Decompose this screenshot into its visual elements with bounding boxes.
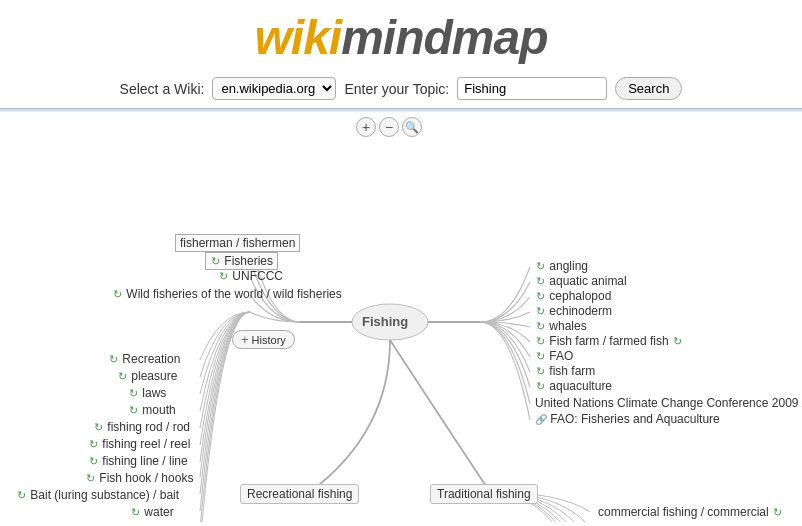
wiki-select[interactable]: en.wikipedia.org [212,77,336,100]
node-pleasure[interactable]: ↻ pleasure [117,369,177,383]
topic-label: Enter your Topic: [344,81,449,97]
zoom-out-button[interactable]: − [379,117,399,137]
node-fisherman[interactable]: fisherman / fishermen [175,234,300,252]
zoom-in-button[interactable]: + [356,117,376,137]
node-bait[interactable]: ↻ Bait (luring substance) / bait [16,488,179,502]
node-fao[interactable]: ↻ FAO [535,349,573,363]
node-fishing-line[interactable]: ↻ fishing line / line [88,454,188,468]
node-fish-hook[interactable]: ↻ Fish hook / hooks [85,471,193,485]
node-aquatic-animal[interactable]: ↻ aquatic animal [535,274,627,288]
node-aquaculture[interactable]: ↻ aquaculture [535,379,612,393]
search-button[interactable]: Search [615,77,682,100]
logo-mindmap: mindmap [341,11,547,64]
node-recreation[interactable]: ↻ Recreation [108,352,180,366]
node-fao-fisheries[interactable]: 🔗 FAO: Fisheries and Aquaculture [535,412,720,426]
node-fishing-rod[interactable]: ↻ fishing rod / rod [93,420,190,434]
node-echinoderm[interactable]: ↻ echinoderm [535,304,612,318]
logo-wiki: wiki [254,11,341,64]
node-fish-farm-farmed[interactable]: ↻ Fish farm / farmed fish ↻ [535,334,683,348]
logo: wikimindmap [0,10,802,65]
node-whales[interactable]: ↻ whales [535,319,587,333]
node-subsistence[interactable]: subsistence ↻ [598,520,676,522]
header: wikimindmap [0,0,802,71]
node-catch-release[interactable]: ↻ catch and release [87,520,196,522]
node-cephalopod[interactable]: ↻ cephalopod [535,289,611,303]
node-laws[interactable]: ↻ laws [128,386,166,400]
node-recreational-fishing[interactable]: Recreational fishing [240,484,359,504]
node-fisheries-box[interactable]: ↻ Fisheries [205,252,278,270]
node-mouth[interactable]: ↻ mouth [128,403,176,417]
node-unfccc[interactable]: ↻ UNFCCC [218,269,283,283]
node-water[interactable]: ↻ water [130,505,174,519]
zoom-controls: + − 🔍 [356,117,422,137]
node-wild-fisheries[interactable]: ↻ Wild fisheries of the world / wild fis… [112,287,342,301]
topic-input[interactable] [457,77,607,100]
search-map-button[interactable]: 🔍 [402,117,422,137]
history-button[interactable]: +History [232,330,295,349]
node-angling[interactable]: ↻ angling [535,259,588,273]
node-fish-farm[interactable]: ↻ fish farm [535,364,595,378]
node-commercial-fishing[interactable]: commercial fishing / commercial ↻ [598,505,783,519]
searchbar: Select a Wiki: en.wikipedia.org Enter yo… [0,71,802,108]
node-un-climate[interactable]: United Nations Climate Change Conference… [535,396,802,410]
node-traditional-fishing[interactable]: Traditional fishing [430,484,538,504]
mindmap: Fishing + − 🔍 +History ↻ angling ↻ aquat… [0,112,802,522]
node-fishing-reel[interactable]: ↻ fishing reel / reel [88,437,190,451]
center-node[interactable]: Fishing [362,314,408,329]
select-wiki-label: Select a Wiki: [120,81,205,97]
